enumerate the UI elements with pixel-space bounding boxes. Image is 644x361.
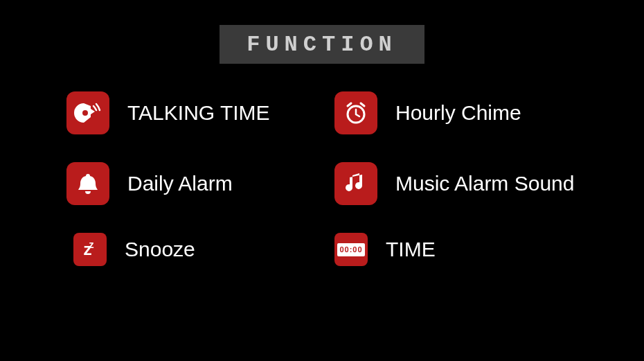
feature-talking-time: TALKING TIME	[66, 91, 314, 134]
feature-time: 00:00 TIME	[334, 233, 582, 266]
feature-hourly-chime: Hourly Chime	[334, 91, 582, 134]
alarm-clock-icon	[334, 91, 377, 134]
clock-digits: 00:00	[337, 243, 364, 256]
feature-label: TALKING TIME	[127, 101, 270, 125]
feature-label: Snooze	[125, 238, 195, 261]
feature-label: Music Alarm Sound	[395, 172, 574, 195]
feature-label: TIME	[386, 238, 436, 261]
page-title: FUNCTION	[220, 25, 424, 64]
bell-icon	[66, 162, 109, 205]
digital-clock-icon: 00:00	[334, 233, 368, 266]
feature-grid: TALKING TIME Hourly Chime Daily Alarm	[0, 64, 644, 266]
feature-snooze: zz Snooze	[66, 233, 314, 266]
music-note-icon	[334, 162, 377, 205]
snooze-icon: zz	[73, 233, 107, 266]
feature-label: Daily Alarm	[127, 172, 233, 195]
talking-icon	[66, 91, 109, 134]
feature-label: Hourly Chime	[395, 101, 521, 125]
snooze-z-sup: z	[89, 239, 94, 250]
feature-music-alarm: Music Alarm Sound	[334, 162, 582, 205]
feature-daily-alarm: Daily Alarm	[66, 162, 314, 205]
